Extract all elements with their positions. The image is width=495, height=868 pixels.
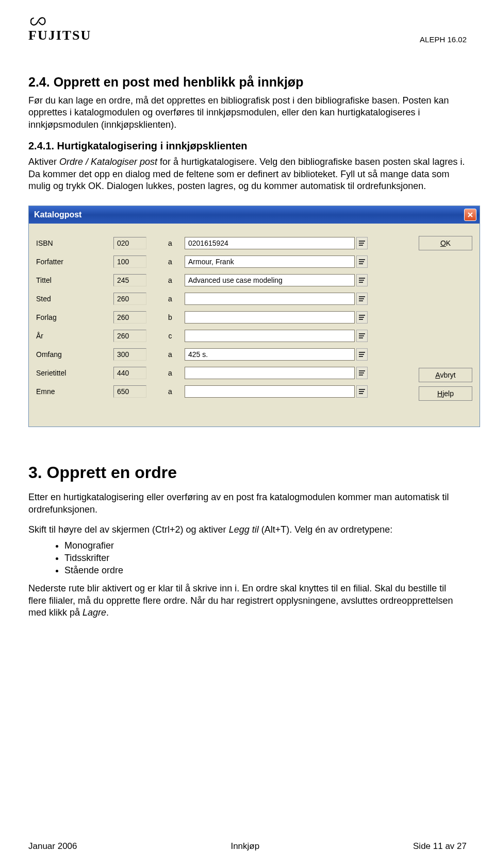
marc-tag-input[interactable] (113, 330, 146, 342)
form-row-sted: Sted (36, 290, 410, 308)
marc-tag-input[interactable] (113, 256, 146, 268)
list-popup-button[interactable] (356, 311, 368, 324)
footer-left: Januar 2006 (28, 841, 77, 852)
katalogpost-dialog: Katalogpost ISBNForfatterTittelStedForla… (28, 206, 480, 427)
form-row-serietittel: Serietittel (36, 364, 410, 382)
value-input[interactable] (185, 274, 355, 286)
value-input[interactable] (185, 385, 355, 398)
footer-center: Innkjøp (230, 841, 259, 852)
subfield-input[interactable] (163, 348, 177, 361)
form-row-tittel: Tittel (36, 271, 410, 290)
infinity-icon (30, 15, 46, 27)
marc-tag-input[interactable] (113, 237, 146, 249)
value-input[interactable] (185, 237, 355, 249)
section-2-4-para: Før du kan lage en ordre, må det opprett… (28, 95, 467, 131)
list-icon (359, 370, 365, 376)
list-icon (359, 240, 365, 246)
list-item: Stående ordre (64, 564, 467, 576)
field-label: År (36, 332, 113, 340)
close-icon (467, 212, 473, 218)
list-icon (359, 351, 365, 358)
page-footer: Januar 2006 Innkjøp Side 11 av 27 (28, 841, 467, 852)
list-popup-button[interactable] (356, 293, 368, 305)
ok-button[interactable]: OK (419, 236, 472, 250)
list-icon (359, 277, 365, 283)
list-icon (359, 314, 365, 320)
field-label: Forfatter (36, 258, 113, 266)
field-label: Forlag (36, 313, 113, 321)
subfield-input[interactable] (163, 311, 177, 324)
section-3-p1: Etter en hurtigkatalogisering eller over… (28, 491, 467, 516)
field-label: ISBN (36, 239, 113, 247)
logo-text: FUJITSU (28, 28, 91, 43)
page-content: FUJITSU ALEPH 16.02 2.4. Opprett en post… (0, 0, 495, 632)
marc-tag-input[interactable] (113, 385, 146, 398)
list-icon (359, 259, 365, 265)
dialog-body: ISBNForfatterTittelStedForlagÅrOmfangSer… (29, 224, 480, 427)
list-popup-button[interactable] (356, 367, 368, 379)
form-row-emne: Emne (36, 382, 410, 401)
close-button[interactable] (464, 209, 476, 221)
subfield-input[interactable] (163, 293, 177, 305)
list-popup-button[interactable] (356, 385, 368, 398)
form-row-isbn: ISBN (36, 234, 410, 252)
list-popup-button[interactable] (356, 274, 368, 286)
list-popup-button[interactable] (356, 237, 368, 249)
field-label: Serietittel (36, 369, 113, 377)
list-popup-button[interactable] (356, 330, 368, 342)
form-row-år: År (36, 327, 410, 345)
dialog-title: Katalogpost (34, 210, 81, 219)
subfield-input[interactable] (163, 237, 177, 249)
marc-tag-input[interactable] (113, 274, 146, 286)
value-input[interactable] (185, 311, 355, 324)
list-icon (359, 296, 365, 302)
list-icon (359, 388, 365, 395)
value-input[interactable] (185, 256, 355, 268)
field-label: Sted (36, 295, 113, 303)
form-row-forfatter: Forfatter (36, 252, 410, 271)
section-3-p2: Skift til høyre del av skjermen (Ctrl+2)… (28, 524, 467, 536)
subfield-input[interactable] (163, 256, 177, 268)
marc-tag-input[interactable] (113, 348, 146, 361)
dialog-button-column: OK Avbryt Hjelp (410, 234, 472, 401)
section-3-title: 3. Opprett en ordre (28, 463, 467, 482)
section-2-4-title: 2.4. Opprett en post med henblikk på inn… (28, 75, 467, 90)
value-input[interactable] (185, 330, 355, 342)
section-2-4-1-para: Aktiver Ordre / Katalogiser post for å h… (28, 156, 467, 192)
value-input[interactable] (185, 348, 355, 361)
subfield-input[interactable] (163, 367, 177, 379)
list-icon (359, 333, 365, 339)
list-item: Tidsskrifter (64, 552, 467, 564)
value-input[interactable] (185, 367, 355, 379)
section-3-p3: Nederste rute blir aktivert og er klar t… (28, 583, 467, 619)
field-label: Tittel (36, 276, 113, 284)
section-2-4-1-title: 2.4.1. Hurtigkatalogisering i innkjøpskl… (28, 140, 467, 152)
field-label: Omfang (36, 350, 113, 359)
subfield-input[interactable] (163, 274, 177, 286)
form-area: ISBNForfatterTittelStedForlagÅrOmfangSer… (36, 234, 410, 401)
subfield-input[interactable] (163, 330, 177, 342)
ordre-type-list: MonografierTidsskrifterStående ordre (64, 539, 467, 577)
list-popup-button[interactable] (356, 256, 368, 268)
form-row-omfang: Omfang (36, 345, 410, 364)
help-button[interactable]: Hjelp (419, 386, 472, 401)
field-label: Emne (36, 387, 113, 396)
subfield-input[interactable] (163, 385, 177, 398)
fujitsu-logo: FUJITSU (28, 15, 91, 43)
form-row-forlag: Forlag (36, 308, 410, 327)
marc-tag-input[interactable] (113, 367, 146, 379)
doc-code: ALEPH 16.02 (420, 35, 467, 44)
cancel-button[interactable]: Avbryt (419, 368, 472, 382)
dialog-titlebar[interactable]: Katalogpost (29, 206, 480, 224)
footer-right: Side 11 av 27 (413, 841, 467, 852)
value-input[interactable] (185, 293, 355, 305)
marc-tag-input[interactable] (113, 293, 146, 305)
marc-tag-input[interactable] (113, 311, 146, 324)
page-header: FUJITSU ALEPH 16.02 (28, 15, 467, 44)
list-item: Monografier (64, 539, 467, 552)
list-popup-button[interactable] (356, 348, 368, 361)
